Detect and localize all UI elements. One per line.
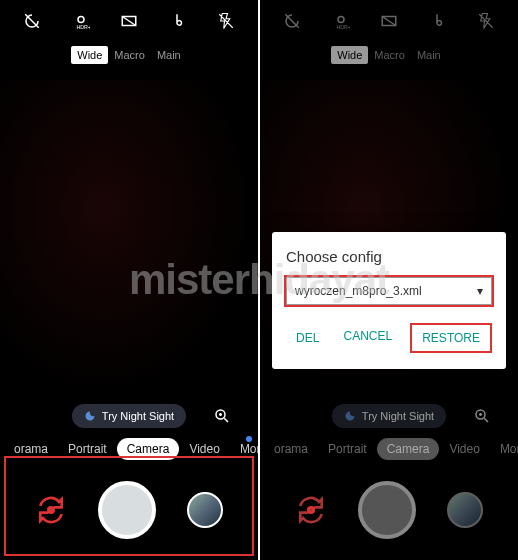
screenshot-right: HDR+ Wide Macro Main Choose config wyroc… <box>258 0 518 560</box>
svg-point-5 <box>338 17 344 23</box>
mode-camera[interactable]: Camera <box>377 438 440 460</box>
more-indicator <box>246 436 252 442</box>
restore-button[interactable]: RESTORE <box>410 323 492 353</box>
night-sight-suggestion[interactable]: Try Night Sight <box>332 404 446 428</box>
lens-main[interactable]: Main <box>411 46 447 64</box>
motion-icon[interactable] <box>380 12 398 30</box>
dialog-title: Choose config <box>286 248 492 265</box>
delete-button[interactable]: DEL <box>286 325 329 351</box>
mode-panorama[interactable]: orama <box>264 438 318 460</box>
switch-camera-button[interactable] <box>35 494 67 526</box>
screenshot-left: HDR+ Wide Macro Main Try Night Sight ora… <box>0 0 258 560</box>
lens-wide[interactable]: Wide <box>71 46 108 64</box>
config-dropdown[interactable]: wyroczen_m8pro_3.xml ▾ <box>286 277 492 305</box>
hdr-icon[interactable]: HDR+ <box>72 12 90 30</box>
mode-strip: orama Portrait Camera Video More <box>0 438 258 460</box>
motion-icon[interactable] <box>120 12 138 30</box>
switch-camera-button[interactable] <box>295 494 327 526</box>
lens-macro[interactable]: Macro <box>108 46 151 64</box>
lens-main[interactable]: Main <box>151 46 187 64</box>
chevron-down-icon: ▾ <box>477 284 483 298</box>
top-toolbar: HDR+ <box>0 0 258 42</box>
top-toolbar: HDR+ <box>260 0 518 42</box>
mode-video[interactable]: Video <box>439 438 489 460</box>
gallery-thumbnail[interactable] <box>447 492 483 528</box>
cancel-button[interactable]: CANCEL <box>334 323 403 353</box>
moon-icon <box>344 410 356 422</box>
viewfinder[interactable] <box>0 80 258 400</box>
timer-off-icon[interactable] <box>23 12 41 30</box>
lens-selector: Wide Macro Main <box>0 46 258 64</box>
flash-off-icon[interactable] <box>477 12 495 30</box>
mode-portrait[interactable]: Portrait <box>318 438 377 460</box>
mode-strip: orama Portrait Camera Video More <box>260 438 518 460</box>
zoom-button[interactable] <box>210 404 234 428</box>
config-selected-value: wyroczen_m8pro_3.xml <box>295 284 422 298</box>
temperature-icon[interactable] <box>428 12 446 30</box>
shutter-controls <box>0 460 258 560</box>
svg-point-9 <box>309 507 314 512</box>
night-sight-label: Try Night Sight <box>362 410 434 422</box>
shutter-controls <box>260 460 518 560</box>
mode-more[interactable]: More <box>230 438 258 460</box>
temperature-icon[interactable] <box>168 12 186 30</box>
svg-text:HDR+: HDR+ <box>336 24 350 30</box>
lens-selector: Wide Macro Main <box>260 46 518 64</box>
shutter-button[interactable] <box>358 481 416 539</box>
hdr-icon[interactable]: HDR+ <box>332 12 350 30</box>
zoom-button[interactable] <box>470 404 494 428</box>
timer-off-icon[interactable] <box>283 12 301 30</box>
mode-camera[interactable]: Camera <box>117 438 180 460</box>
config-dialog: Choose config wyroczen_m8pro_3.xml ▾ DEL… <box>272 232 506 369</box>
mode-more[interactable]: More <box>490 438 518 460</box>
night-sight-suggestion[interactable]: Try Night Sight <box>72 404 186 428</box>
shutter-button[interactable] <box>98 481 156 539</box>
svg-point-4 <box>49 507 54 512</box>
svg-point-0 <box>78 17 84 23</box>
moon-icon <box>84 410 96 422</box>
night-sight-label: Try Night Sight <box>102 410 174 422</box>
flash-off-icon[interactable] <box>217 12 235 30</box>
gallery-thumbnail[interactable] <box>187 492 223 528</box>
lens-wide[interactable]: Wide <box>331 46 368 64</box>
mode-video[interactable]: Video <box>179 438 229 460</box>
mode-portrait[interactable]: Portrait <box>58 438 117 460</box>
svg-text:HDR+: HDR+ <box>76 24 90 30</box>
lens-macro[interactable]: Macro <box>368 46 411 64</box>
mode-panorama[interactable]: orama <box>4 438 58 460</box>
